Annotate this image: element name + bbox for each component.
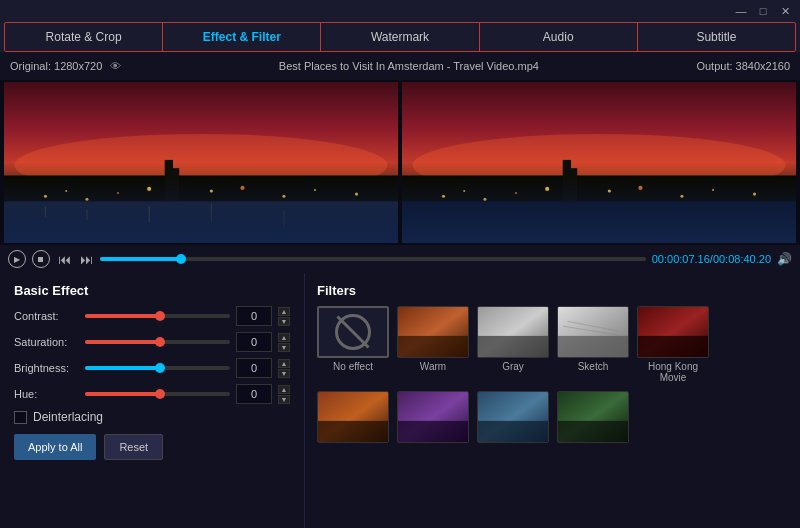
brightness-row: Brightness: 0 ▲ ▼: [14, 358, 290, 378]
svg-point-33: [638, 186, 642, 190]
tab-watermark[interactable]: Watermark: [321, 23, 479, 51]
hue-slider[interactable]: [85, 392, 230, 396]
contrast-slider[interactable]: [85, 314, 230, 318]
apply-to-all-button[interactable]: Apply to All: [14, 434, 96, 460]
video-area: Seth: [0, 80, 800, 245]
brightness-label: Brightness:: [14, 362, 79, 374]
brightness-fill: [85, 366, 158, 370]
filters-title: Filters: [317, 283, 788, 298]
svg-rect-41: [398, 336, 468, 357]
video-preview-svg-left: [4, 82, 398, 243]
filter-thumb-no-effect: [317, 306, 389, 358]
svg-point-34: [680, 195, 683, 198]
hue-down[interactable]: ▼: [278, 395, 290, 404]
svg-rect-2: [4, 175, 398, 243]
tab-audio[interactable]: Audio: [480, 23, 638, 51]
play-button[interactable]: ▶: [8, 250, 26, 268]
svg-rect-51: [318, 421, 388, 442]
filter-label-gray: Gray: [502, 361, 524, 372]
filter-warm[interactable]: Warm: [397, 306, 469, 383]
close-button[interactable]: ✕: [778, 4, 792, 18]
contrast-up[interactable]: ▲: [278, 307, 290, 316]
hk-preview: [638, 306, 708, 358]
filter-no-effect[interactable]: No effect: [317, 306, 389, 383]
minimize-button[interactable]: —: [734, 4, 748, 18]
svg-rect-57: [558, 421, 628, 442]
svg-point-30: [545, 187, 549, 191]
brightness-slider[interactable]: [85, 366, 230, 370]
progress-fill: [100, 257, 179, 261]
filter-hong-kong-movie[interactable]: Hong Kong Movie: [637, 306, 709, 383]
svg-point-31: [567, 195, 569, 197]
r2-4-preview: [558, 391, 628, 443]
svg-point-29: [515, 192, 517, 194]
svg-point-5: [65, 190, 67, 192]
svg-point-7: [117, 192, 119, 194]
saturation-thumb: [155, 337, 165, 347]
contrast-row: Contrast: 0 ▲ ▼: [14, 306, 290, 326]
playback-bar: ▶ ⏹ ⏮ ⏭ 00:00:07.16/00:08:40.20 🔊: [0, 245, 800, 273]
volume-icon[interactable]: 🔊: [777, 252, 792, 266]
filters-panel: Filters No effect: [305, 273, 800, 528]
hue-up[interactable]: ▲: [278, 385, 290, 394]
filter-thumb-sketch: [557, 306, 629, 358]
brightness-arrows: ▲ ▼: [278, 359, 290, 378]
prev-button[interactable]: ⏮: [56, 252, 72, 267]
stop-button[interactable]: ⏹: [32, 250, 50, 268]
filter-thumb-r2-2: [397, 391, 469, 443]
svg-rect-55: [478, 421, 548, 442]
filter-thumb-r2-1: [317, 391, 389, 443]
title-bar: — □ ✕: [0, 0, 800, 22]
filter-sketch[interactable]: Sketch: [557, 306, 629, 383]
contrast-thumb: [155, 311, 165, 321]
original-resolution: Original: 1280x720: [10, 60, 102, 72]
filter-r2-4[interactable]: [557, 391, 629, 446]
hue-label: Hue:: [14, 388, 79, 400]
basic-effect-title: Basic Effect: [14, 283, 290, 298]
filter-gray[interactable]: Gray: [477, 306, 549, 383]
filter-label-hong-kong: Hong Kong Movie: [637, 361, 709, 383]
eye-icon[interactable]: 👁: [110, 60, 121, 72]
svg-rect-43: [478, 336, 548, 357]
svg-point-36: [753, 193, 756, 196]
progress-thumb: [176, 254, 186, 264]
svg-rect-15: [165, 160, 173, 201]
svg-point-14: [355, 193, 358, 196]
saturation-up[interactable]: ▲: [278, 333, 290, 342]
basic-effect-panel: Basic Effect Contrast: 0 ▲ ▼ Saturation:…: [0, 273, 305, 528]
saturation-down[interactable]: ▼: [278, 343, 290, 352]
hue-value: 0: [236, 384, 272, 404]
filter-r2-3[interactable]: [477, 391, 549, 446]
filename: Best Places to Visit In Amsterdam - Trav…: [279, 60, 539, 72]
svg-point-23: [412, 134, 785, 196]
contrast-down[interactable]: ▼: [278, 317, 290, 326]
deinterlacing-checkbox[interactable]: [14, 411, 27, 424]
svg-point-26: [442, 195, 445, 198]
svg-rect-37: [563, 160, 571, 201]
progress-bar[interactable]: [100, 257, 646, 261]
brightness-down[interactable]: ▼: [278, 369, 290, 378]
svg-point-35: [712, 189, 714, 191]
next-button[interactable]: ⏭: [78, 252, 94, 267]
reset-button[interactable]: Reset: [104, 434, 163, 460]
contrast-value: 0: [236, 306, 272, 326]
filter-r2-2[interactable]: [397, 391, 469, 446]
svg-rect-24: [402, 175, 796, 243]
file-info-bar: Original: 1280x720 👁 Best Places to Visi…: [0, 52, 800, 80]
r2-1-preview: [318, 391, 388, 443]
video-panel-preview: Seth: [402, 82, 796, 243]
svg-rect-38: [571, 168, 577, 201]
tab-bar: Rotate & Crop Effect & Filter Watermark …: [4, 22, 796, 52]
hue-row: Hue: 0 ▲ ▼: [14, 384, 290, 404]
svg-point-10: [210, 189, 213, 192]
tab-effect-filter[interactable]: Effect & Filter: [163, 23, 321, 51]
tab-rotate-crop[interactable]: Rotate & Crop: [5, 23, 163, 51]
r2-2-preview: [398, 391, 468, 443]
maximize-button[interactable]: □: [756, 4, 770, 18]
brightness-up[interactable]: ▲: [278, 359, 290, 368]
tab-subtitle[interactable]: Subtitle: [638, 23, 795, 51]
filter-r2-1[interactable]: [317, 391, 389, 446]
saturation-slider[interactable]: [85, 340, 230, 344]
contrast-fill: [85, 314, 158, 318]
output-resolution: Output: 3840x2160: [696, 60, 790, 72]
